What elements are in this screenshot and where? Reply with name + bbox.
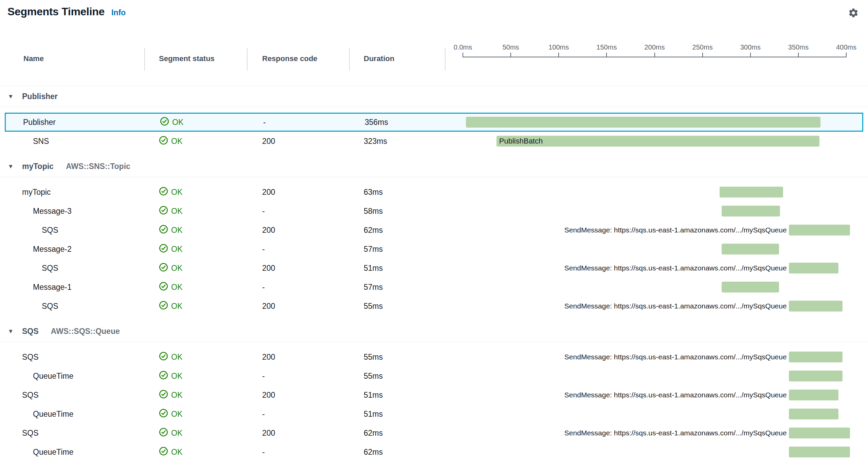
check-circle-icon (159, 282, 168, 293)
segment-group-rows: PublisherOK-356msSNSOK200323msPublishBat… (0, 107, 868, 151)
status-badge: OK (159, 442, 182, 461)
timeline-bar[interactable] (789, 301, 843, 312)
duration-value: 63ms (364, 183, 383, 202)
segment-name: Message-1 (33, 278, 72, 297)
segment-name: SQS (22, 423, 39, 442)
segment-group-header-publisher[interactable]: ▼Publisher (0, 86, 868, 107)
segment-group-header-sqs[interactable]: ▼SQSAWS::SQS::Queue (0, 321, 868, 342)
response-code: 200 (262, 423, 275, 442)
axis-tick-label: 150ms (596, 43, 617, 51)
segment-name: SQS (42, 259, 58, 278)
axis-tick-label: 300ms (740, 43, 761, 51)
status-label: OK (171, 264, 182, 273)
status-label: OK (171, 283, 182, 292)
timeline-bar[interactable] (789, 409, 839, 419)
status-label: OK (171, 448, 182, 457)
segment-name: myTopic (22, 183, 51, 202)
timeline-bar[interactable] (789, 447, 850, 457)
segment-group-rows: myTopicOK20063msMessage-3OK-58msSQSOK200… (0, 177, 868, 316)
table-row[interactable]: SQSOK20055msSendMessage: https://sqs.us-… (5, 297, 863, 316)
timeline-bar[interactable] (720, 187, 783, 197)
status-badge: OK (160, 114, 183, 131)
segment-group-header-mytopic[interactable]: ▼myTopicAWS::SNS::Topic (0, 156, 868, 177)
settings-button[interactable] (848, 7, 859, 19)
page-header: Segments Timeline Info (0, 0, 868, 19)
status-label: OK (171, 302, 182, 311)
response-code: - (263, 114, 266, 131)
duration-value: 51ms (364, 385, 383, 404)
check-circle-icon (159, 352, 168, 363)
bar-inner-label: PublishBatch (496, 137, 543, 146)
table-row[interactable]: SQSOK20055msSendMessage: https://sqs.us-… (5, 347, 863, 366)
table-row[interactable]: SQSOK20062msSendMessage: https://sqs.us-… (5, 423, 863, 442)
table-row[interactable]: SQSOK20051msSendMessage: https://sqs.us-… (5, 259, 863, 278)
table-row[interactable]: QueueTimeOK-55ms (5, 366, 863, 385)
response-code: - (262, 278, 265, 297)
segment-group: ▼PublisherPublisherOK-356msSNSOK200323ms… (0, 86, 868, 151)
check-circle-icon (159, 301, 168, 312)
table-row[interactable]: myTopicOK20063ms (5, 183, 863, 202)
check-circle-icon (159, 225, 168, 236)
triangle-down-icon: ▼ (8, 93, 22, 100)
status-label: OK (171, 137, 182, 146)
table-row[interactable]: QueueTimeOK-51ms (5, 404, 863, 423)
duration-value: 57ms (364, 240, 383, 259)
check-circle-icon (159, 390, 168, 401)
check-circle-icon (159, 428, 168, 439)
segment-name: QueueTime (33, 366, 73, 385)
table-row[interactable]: Message-3OK-58ms (5, 202, 863, 221)
duration-value: 51ms (364, 259, 383, 278)
status-badge: OK (159, 183, 182, 202)
table-header: Name Segment status Response code Durati… (0, 19, 868, 86)
timeline-bar[interactable] (789, 428, 850, 438)
status-badge: OK (159, 297, 182, 316)
info-link[interactable]: Info (111, 8, 126, 17)
segment-group-title: myTopic (22, 162, 54, 171)
check-circle-icon (159, 371, 168, 382)
bar-annotation: SendMessage: https://sqs.us-east-1.amazo… (564, 385, 787, 404)
response-code: 200 (262, 297, 275, 316)
response-code: 200 (262, 183, 275, 202)
check-circle-icon (159, 263, 168, 274)
table-row[interactable]: SQSOK20062msSendMessage: https://sqs.us-… (5, 221, 863, 240)
check-circle-icon (159, 187, 168, 198)
response-code: 200 (262, 385, 275, 404)
duration-value: 356ms (365, 114, 388, 131)
timeline-bar[interactable] (722, 244, 779, 255)
table-row[interactable]: Message-2OK-57ms (5, 240, 863, 259)
bar-annotation: SendMessage: https://sqs.us-east-1.amazo… (564, 297, 787, 316)
segment-group-type: AWS::SNS::Topic (66, 162, 130, 171)
page-title: Segments Timeline (7, 5, 105, 18)
response-code: 200 (262, 221, 275, 240)
column-header-status: Segment status (159, 54, 215, 63)
table-row[interactable]: Message-1OK-57ms (5, 278, 863, 297)
status-label: OK (171, 207, 182, 216)
timeline-bar[interactable] (722, 206, 780, 216)
status-label: OK (171, 410, 182, 419)
duration-value: 57ms (364, 278, 383, 297)
duration-value: 55ms (364, 366, 383, 385)
segment-group-rows: SQSOK20055msSendMessage: https://sqs.us-… (0, 342, 868, 461)
timeline-bar[interactable] (789, 263, 839, 274)
timeline-bar[interactable] (789, 371, 843, 381)
table-row[interactable]: PublisherOK-356ms (5, 113, 863, 132)
response-code: - (262, 442, 265, 461)
timeline-bar[interactable] (789, 352, 843, 362)
timeline-bar[interactable] (789, 225, 850, 236)
segment-group-title: Publisher (22, 92, 58, 101)
segment-group: ▼SQSAWS::SQS::QueueSQSOK20055msSendMessa… (0, 321, 868, 461)
timeline-bar[interactable] (466, 117, 820, 128)
axis-tick-label: 200ms (644, 43, 665, 51)
timeline-bar[interactable] (789, 390, 839, 400)
table-row[interactable]: QueueTimeOK-62ms (5, 442, 863, 461)
segment-name: SNS (33, 132, 49, 151)
status-badge: OK (159, 404, 182, 423)
table-row[interactable]: SNSOK200323msPublishBatch (5, 132, 863, 151)
status-label: OK (171, 372, 182, 381)
timeline-bar[interactable]: PublishBatch (496, 136, 819, 147)
status-badge: OK (159, 366, 182, 385)
timeline-bar[interactable] (722, 282, 779, 293)
table-row[interactable]: SQSOK20051msSendMessage: https://sqs.us-… (5, 385, 863, 404)
duration-value: 62ms (364, 442, 383, 461)
column-header-response: Response code (262, 54, 318, 63)
